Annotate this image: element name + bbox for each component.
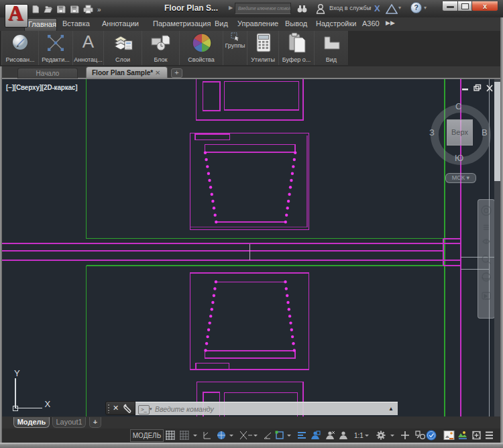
- svg-text:Y: Y: [14, 368, 20, 378]
- svg-text:»: »: [97, 6, 101, 13]
- svg-text:1:1: 1:1: [354, 432, 364, 439]
- svg-text:X: X: [45, 399, 51, 409]
